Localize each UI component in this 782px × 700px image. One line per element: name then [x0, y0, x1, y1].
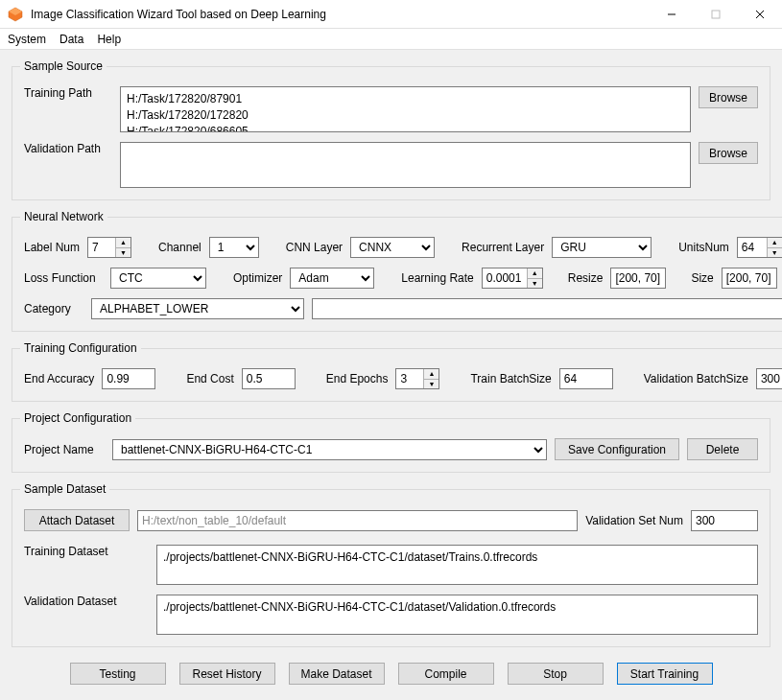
training-path-label: Training Path	[24, 86, 112, 100]
loss-function-select[interactable]: CTC	[110, 268, 206, 289]
label-num-input[interactable]	[88, 238, 115, 257]
validation-path-input[interactable]	[120, 142, 691, 188]
window-title: Image Classification Wizard Tool based o…	[31, 8, 650, 21]
validation-batch-label: Validation BatchSize	[644, 372, 748, 385]
recurrent-layer-label: Recurrent Layer	[462, 241, 544, 254]
attach-dataset-button[interactable]: Attach Dataset	[24, 509, 130, 531]
label-num-label: Label Num	[24, 241, 80, 254]
menu-data[interactable]: Data	[59, 33, 83, 46]
neural-network-group: Neural Network Label Num ▲▼ Channel 1 CN…	[12, 210, 782, 332]
size-input[interactable]	[722, 268, 777, 289]
training-browse-button[interactable]: Browse	[699, 86, 758, 108]
training-dataset-label: Training Dataset	[24, 545, 149, 558]
channel-select[interactable]: 1	[209, 237, 259, 258]
category-select[interactable]: ALPHABET_LOWER	[91, 298, 304, 319]
cnn-layer-label: CNN Layer	[286, 241, 343, 254]
category-label: Category	[24, 302, 83, 315]
units-num-label: UnitsNum	[678, 241, 729, 254]
end-cost-input[interactable]	[242, 368, 296, 389]
start-training-button[interactable]: Start Training	[617, 663, 713, 685]
end-accuracy-input[interactable]	[102, 368, 155, 389]
window-controls	[650, 0, 782, 29]
delete-button[interactable]: Delete	[687, 438, 758, 460]
close-button[interactable]	[738, 0, 782, 29]
units-num-input[interactable]	[738, 238, 767, 257]
project-name-label: Project Name	[24, 443, 105, 456]
spinner-down-icon[interactable]: ▼	[424, 380, 438, 389]
spinner-down-icon[interactable]: ▼	[116, 248, 130, 258]
training-dataset-box[interactable]: ./projects/battlenet-CNNX-BiGRU-H64-CTC-…	[156, 545, 758, 585]
learning-rate-spinner[interactable]: ▲▼	[482, 268, 543, 289]
menu-help[interactable]: Help	[97, 33, 121, 46]
learning-rate-label: Learning Rate	[401, 271, 473, 285]
validation-path-label: Validation Path	[24, 142, 112, 155]
validation-browse-button[interactable]: Browse	[699, 142, 758, 164]
loss-function-label: Loss Function	[24, 271, 103, 285]
end-epochs-label: End Epochs	[326, 372, 389, 385]
stop-button[interactable]: Stop	[508, 663, 604, 685]
spinner-up-icon[interactable]: ▲	[116, 238, 130, 248]
training-config-group: Training Configuration End Accuracy End …	[12, 341, 782, 402]
project-name-select[interactable]: battlenet-CNNX-BiGRU-H64-CTC-C1	[112, 439, 547, 460]
attach-path-input	[137, 510, 578, 531]
end-epochs-input[interactable]	[396, 369, 423, 388]
bottom-buttons: Testing Reset History Make Dataset Compi…	[12, 663, 770, 685]
category-extra-input[interactable]	[312, 298, 782, 319]
resize-label: Resize	[568, 271, 604, 285]
end-accuracy-label: End Accuracy	[24, 372, 94, 385]
make-dataset-button[interactable]: Make Dataset	[289, 663, 385, 685]
save-config-button[interactable]: Save Configuration	[555, 438, 679, 460]
resize-input[interactable]	[610, 268, 666, 289]
training-config-legend: Training Configuration	[20, 341, 141, 355]
units-num-spinner[interactable]: ▲▼	[737, 237, 782, 258]
compile-button[interactable]: Compile	[398, 663, 494, 685]
train-batch-label: Train BatchSize	[470, 372, 551, 385]
optimizer-select[interactable]: Adam	[290, 268, 374, 289]
svg-rect-3	[712, 11, 720, 18]
sample-source-legend: Sample Source	[20, 59, 107, 73]
validation-dataset-label: Validation Dataset	[24, 595, 149, 608]
sample-dataset-group: Sample Dataset Attach Dataset Validation…	[12, 482, 770, 647]
cnn-layer-select[interactable]: CNNX	[350, 237, 435, 258]
spinner-down-icon[interactable]: ▼	[528, 279, 542, 289]
learning-rate-input[interactable]	[483, 268, 527, 288]
spinner-down-icon[interactable]: ▼	[768, 248, 782, 258]
end-cost-label: End Cost	[186, 372, 233, 385]
titlebar: Image Classification Wizard Tool based o…	[0, 0, 782, 29]
spinner-up-icon[interactable]: ▲	[528, 268, 542, 279]
menubar: System Data Help	[0, 29, 782, 50]
size-label: Size	[691, 271, 713, 285]
neural-network-legend: Neural Network	[20, 210, 107, 223]
minimize-button[interactable]	[650, 0, 694, 29]
train-batch-input[interactable]	[559, 368, 613, 389]
maximize-button	[694, 0, 738, 29]
spinner-up-icon[interactable]: ▲	[424, 369, 438, 380]
channel-label: Channel	[158, 241, 201, 254]
app-icon	[8, 7, 23, 22]
project-config-group: Project Configuration Project Name battl…	[12, 411, 770, 473]
training-path-input[interactable]: H:/Task/172820/87901 H:/Task/172820/1728…	[120, 86, 691, 132]
menu-system[interactable]: System	[8, 33, 46, 46]
validation-dataset-box[interactable]: ./projects/battlenet-CNNX-BiGRU-H64-CTC-…	[156, 595, 758, 635]
reset-history-button[interactable]: Reset History	[179, 663, 275, 685]
end-epochs-spinner[interactable]: ▲▼	[395, 368, 439, 389]
label-num-spinner[interactable]: ▲▼	[87, 237, 131, 258]
sample-dataset-legend: Sample Dataset	[20, 482, 109, 496]
optimizer-label: Optimizer	[233, 271, 282, 285]
spinner-up-icon[interactable]: ▲	[768, 238, 782, 248]
validation-set-label: Validation Set Num	[585, 514, 683, 527]
recurrent-layer-select[interactable]: GRU	[552, 237, 652, 258]
validation-batch-input[interactable]	[756, 368, 782, 389]
validation-set-input[interactable]	[691, 510, 758, 531]
sample-source-group: Sample Source Training Path H:/Task/1728…	[12, 59, 770, 200]
testing-button[interactable]: Testing	[70, 663, 166, 685]
project-config-legend: Project Configuration	[20, 411, 135, 425]
